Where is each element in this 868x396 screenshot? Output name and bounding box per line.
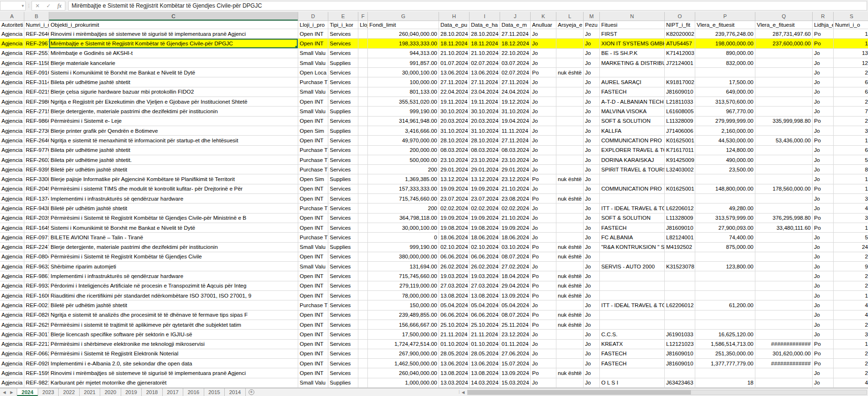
cell[interactable] (755, 174, 813, 184)
cell[interactable]: Jo (531, 378, 556, 388)
cell[interactable] (755, 155, 813, 165)
sheet-tab-2014[interactable]: 2014 (225, 388, 245, 396)
cell[interactable]: Jo (584, 58, 600, 68)
cell[interactable]: 13.08.2024 (470, 291, 500, 300)
sheet-tab-2021[interactable]: 2021 (80, 388, 100, 396)
cell[interactable]: Po (531, 68, 556, 77)
cell[interactable]: Agjencia K (0, 77, 24, 87)
cell[interactable] (755, 252, 813, 262)
cell[interactable]: 1 (834, 174, 868, 184)
cell[interactable]: 49,280.00 (695, 203, 755, 213)
cell[interactable]: L32403002 (665, 165, 695, 174)
cell[interactable] (556, 155, 584, 165)
column-header-J[interactable]: J (500, 12, 531, 21)
cell[interactable]: 19.04.2024 (500, 117, 531, 126)
cell[interactable]: ############# (755, 340, 813, 349)
cell[interactable]: Po (813, 136, 834, 145)
cell[interactable]: Po (813, 359, 834, 368)
cell[interactable]: Jo (531, 146, 556, 155)
cell[interactable]: 19.11.2024 (439, 97, 470, 107)
cell[interactable]: Blerje çelsa sigurie hardware bazuar mbi… (49, 87, 298, 97)
cell[interactable]: Blerje detergjente, materiale pastrimi d… (49, 107, 298, 116)
cell[interactable]: 260,040,000.00 (368, 29, 439, 39)
cell[interactable]: 22.04.2024 (439, 87, 470, 97)
cell[interactable]: Karburant për mjetet motorrike dhe gjene… (49, 378, 298, 388)
cell[interactable]: 376,295,998.80 (755, 214, 813, 223)
cell[interactable]: Jo (531, 184, 556, 194)
cell[interactable]: Purchase T (298, 77, 328, 87)
cell[interactable]: 28.05.2024 (470, 349, 500, 359)
cell[interactable]: 21.10.2024 (470, 49, 500, 58)
cell[interactable]: 364,798,118.00 (368, 214, 439, 223)
cell[interactable]: Open INT (298, 349, 328, 359)
cell[interactable]: 198,000,000.00 (695, 39, 755, 48)
cell[interactable]: Agjencia K (0, 378, 24, 388)
cell[interactable]: Services (328, 271, 358, 281)
cell[interactable]: K01625001 (665, 136, 695, 145)
cell[interactable]: nuk është (556, 291, 584, 300)
cell[interactable]: Bileta për udhëtime jashtë shtetit (49, 146, 298, 155)
column-header-R[interactable]: R (813, 12, 834, 21)
cell[interactable] (665, 271, 695, 281)
cell[interactable]: Small Valu (298, 262, 328, 271)
cell[interactable]: O L S I (600, 378, 665, 388)
cell[interactable]: REF-33081 (24, 174, 49, 184)
column-header-Q[interactable]: Q (755, 12, 813, 21)
cell[interactable] (358, 107, 368, 116)
cell[interactable]: Agjencia K (0, 243, 24, 252)
cell[interactable]: Po (531, 271, 556, 281)
cell[interactable]: REF-27301 (24, 126, 49, 136)
cell[interactable]: Agjencia K (0, 146, 24, 155)
cell[interactable] (556, 184, 584, 194)
cell[interactable]: Jo (584, 49, 600, 58)
cell[interactable]: Open INT (298, 359, 328, 368)
cell[interactable]: 19.09.2024 (470, 184, 500, 194)
cell[interactable]: 61,200.00 (695, 300, 755, 310)
cell[interactable]: 18.04.2024 (500, 271, 531, 281)
cell[interactable]: Agjencia K (0, 97, 24, 107)
cell[interactable]: Services (328, 368, 358, 378)
cell[interactable]: Sistemi i Komunikimit të Borxhit me Bank… (49, 223, 298, 233)
cell[interactable] (695, 310, 755, 320)
cell[interactable] (358, 262, 368, 271)
cell[interactable] (358, 243, 368, 252)
cell[interactable]: Services (328, 77, 358, 87)
selected-cell[interactable]: Mirëmbajtje e Sistemit të Regjistrit Kom… (49, 39, 298, 48)
cell[interactable]: Jo (813, 291, 834, 300)
cell[interactable] (755, 368, 813, 378)
cell[interactable]: 18.06.2024 (439, 233, 470, 242)
enter-icon[interactable]: ✓ (43, 3, 54, 9)
cell[interactable]: nuk është (556, 368, 584, 378)
cell[interactable]: 13.09.2024 (500, 291, 531, 300)
cell[interactable]: 260,040,000.00 (368, 368, 439, 378)
cell[interactable] (358, 214, 368, 223)
cell[interactable]: Jo (531, 126, 556, 136)
cell[interactable] (556, 330, 584, 339)
cell[interactable]: 279,999,999.00 (695, 117, 755, 126)
cell[interactable] (358, 330, 368, 339)
cell[interactable]: Small Valu (298, 107, 328, 116)
cell[interactable]: 157,333,333.00 (368, 184, 439, 194)
cell[interactable]: REF-22122 (24, 340, 49, 349)
cell[interactable]: Po (531, 368, 556, 378)
cell[interactable]: Agjencia K (0, 368, 24, 378)
cell[interactable]: L11328009 (665, 214, 695, 223)
cell[interactable] (755, 146, 813, 155)
cell[interactable]: Services (328, 87, 358, 97)
cell[interactable]: 49,970,000.00 (368, 136, 439, 145)
cell[interactable]: Agjencia K (0, 136, 24, 145)
cell[interactable]: REF-30171 (24, 330, 49, 339)
cell[interactable]: REF-11581 (24, 58, 49, 68)
cell[interactable]: Open Sim (298, 174, 328, 184)
cell[interactable]: 24.04.2024 (500, 87, 531, 97)
cell[interactable] (556, 107, 584, 116)
cell[interactable] (358, 300, 368, 310)
cell[interactable]: J63423463 (665, 378, 695, 388)
cell[interactable] (755, 77, 813, 87)
column-header-P[interactable]: P (695, 12, 755, 21)
field-header-E[interactable]: Tipi_i_kor (328, 21, 358, 29)
cell[interactable]: Jo (531, 58, 556, 68)
cell[interactable]: L61608005 (665, 107, 695, 116)
cell[interactable] (695, 194, 755, 203)
cell[interactable]: Po (531, 252, 556, 262)
